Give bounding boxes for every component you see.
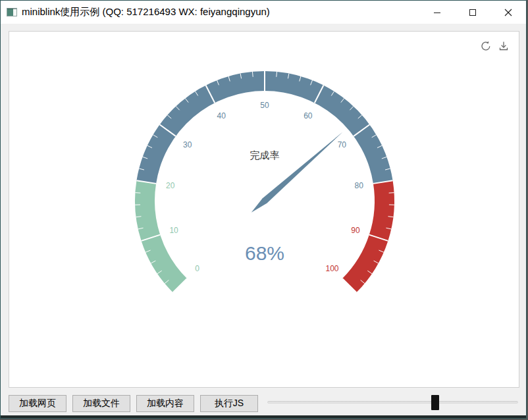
- gauge-axis-label: 10: [169, 226, 178, 235]
- maximize-icon: [469, 9, 477, 16]
- gauge-axis-label: 0: [195, 264, 199, 273]
- load-file-button[interactable]: 加载文件: [72, 395, 130, 412]
- slider-handle[interactable]: [431, 395, 439, 410]
- gauge-minor-tick: [135, 193, 140, 194]
- bottom-toolbar: 加载网页 加载文件 加载内容 执行JS: [1, 389, 526, 416]
- gauge-axis-label: 60: [304, 111, 313, 120]
- save-image-button[interactable]: [498, 40, 510, 52]
- echarts-toolbox: [480, 40, 510, 52]
- button-row: 加载网页 加载文件 加载内容 执行JS: [9, 395, 258, 412]
- execute-js-button[interactable]: 执行JS: [200, 395, 258, 412]
- gauge-minor-tick: [389, 193, 394, 194]
- gauge-axis-label: 90: [351, 226, 360, 235]
- gauge-pointer: [251, 132, 343, 213]
- minimize-icon: [433, 9, 441, 16]
- gauge-axis-label: 80: [355, 181, 364, 190]
- minimize-button[interactable]: [419, 1, 455, 24]
- window-title: miniblink使用示例 (QQ: 517216493 WX: feiyang…: [22, 6, 270, 18]
- gauge-axis-label: 30: [183, 140, 192, 149]
- gauge-axis-label: 70: [338, 140, 347, 149]
- gauge-axis-label: 40: [217, 111, 226, 120]
- download-icon: [498, 40, 510, 52]
- restore-button[interactable]: [480, 40, 492, 52]
- gauge-axis-label: 50: [260, 101, 269, 110]
- gauge-arc-mid: [146, 81, 383, 182]
- refresh-icon: [480, 40, 492, 52]
- load-webpage-button[interactable]: 加载网页: [9, 395, 66, 412]
- load-content-button[interactable]: 加载内容: [136, 395, 194, 412]
- browser-content-area: 0102030405060708090100完成率68%: [9, 31, 519, 388]
- gauge-detail-value: 68%: [245, 242, 284, 264]
- gauge-chart: 0102030405060708090100完成率68%: [9, 32, 520, 388]
- slider-track[interactable]: [267, 401, 518, 404]
- app-window: miniblink使用示例 (QQ: 517216493 WX: feiyang…: [0, 0, 527, 419]
- close-button[interactable]: [490, 1, 526, 24]
- gauge-axis-label: 20: [166, 181, 175, 190]
- close-icon: [504, 9, 512, 16]
- gauge-axis-label: 100: [326, 264, 339, 273]
- window-controls: [419, 1, 526, 24]
- app-icon: [7, 8, 17, 16]
- maximize-button[interactable]: [455, 1, 490, 24]
- gauge-title: 完成率: [250, 149, 280, 161]
- background-window-strip: [1, 415, 526, 419]
